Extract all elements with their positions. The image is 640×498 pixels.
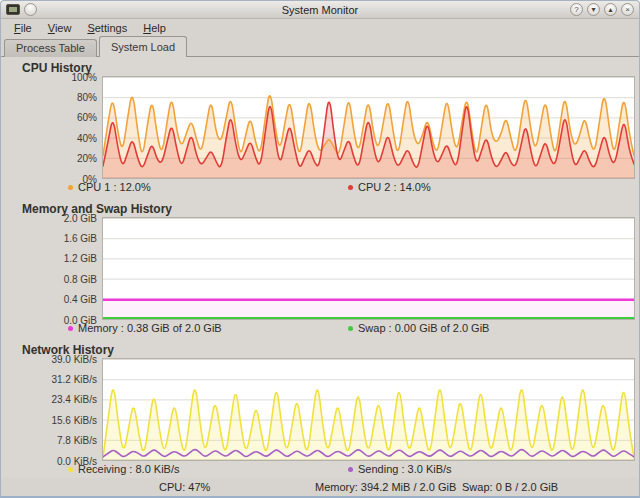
y-tick: 60% [77, 112, 97, 123]
y-tick: 31.2 KiB/s [51, 373, 97, 384]
status-swap: Swap: 0 B / 2.0 GiB [462, 481, 558, 493]
app-icon-screen [9, 7, 17, 12]
help-button[interactable]: ? [570, 3, 583, 16]
titlebar[interactable]: System Monitor ? ▾ ▴ × [1, 1, 639, 19]
legend-sending: Sending : 3.0 KiB/s [348, 463, 452, 475]
system-load-panel: CPU History 100% 80% 60% 40% 20% 0% CPU … [1, 56, 639, 478]
memory-y-axis: 2.0 GiB 1.6 GiB 1.2 GiB 0.8 GiB 0.4 GiB … [1, 217, 102, 320]
memory-legend-label: Memory : 0.38 GiB of 2.0 GiB [78, 322, 222, 334]
network-chart-row: 39.0 KiB/s 31.2 KiB/s 23.4 KiB/s 15.6 Ki… [1, 358, 639, 461]
y-tick: 1.6 GiB [64, 232, 97, 243]
menu-bar: FileViewSettingsHelp [1, 19, 639, 36]
y-tick: 1.2 GiB [64, 253, 97, 264]
y-tick: 100% [71, 72, 97, 83]
y-tick: 40% [77, 132, 97, 143]
system-monitor-window: System Monitor ? ▾ ▴ × FileViewSettingsH… [0, 0, 640, 498]
app-icon[interactable] [6, 4, 20, 15]
cpu2-legend-label: CPU 2 : 14.0% [358, 181, 431, 193]
receiving-legend-dot [68, 467, 73, 472]
memory-legend: Memory : 0.38 GiB of 2.0 GiB Swap : 0.00… [1, 320, 639, 337]
memory-swap-plot [103, 218, 634, 319]
y-tick: 20% [77, 153, 97, 164]
maximize-button[interactable]: ▴ [604, 3, 617, 16]
memory-swap-title: Memory and Swap History [22, 202, 639, 216]
tab-bar: Process Table System Load [1, 36, 639, 57]
minimize-button[interactable]: ▾ [587, 3, 600, 16]
menu-item-help[interactable]: Help [135, 21, 174, 35]
menu-item-view[interactable]: View [40, 21, 80, 35]
sending-legend-dot [348, 467, 353, 472]
cpu-legend: CPU 1 : 12.0% CPU 2 : 14.0% [1, 179, 639, 196]
tab-system-load[interactable]: System Load [99, 36, 187, 57]
cpu-history-title: CPU History [22, 61, 639, 75]
memory-swap-section: Memory and Swap History 2.0 GiB 1.6 GiB … [1, 202, 639, 337]
menu-item-file[interactable]: File [6, 21, 40, 35]
window-title: System Monitor [1, 4, 639, 16]
legend-cpu2: CPU 2 : 14.0% [348, 181, 431, 193]
tab-process-table[interactable]: Process Table [4, 39, 97, 57]
cpu-history-plot [103, 77, 634, 178]
y-tick: 7.8 KiB/s [57, 435, 97, 446]
sticky-button[interactable] [24, 3, 37, 16]
legend-memory: Memory : 0.38 GiB of 2.0 GiB [68, 322, 222, 334]
cpu1-legend-label: CPU 1 : 12.0% [78, 181, 151, 193]
y-tick: 80% [77, 91, 97, 102]
y-tick: 15.6 KiB/s [51, 414, 97, 425]
legend-swap: Swap : 0.00 GiB of 2.0 GiB [348, 322, 489, 334]
network-legend: Receiving : 8.0 KiB/s Sending : 3.0 KiB/… [1, 461, 639, 478]
legend-receiving: Receiving : 8.0 KiB/s [68, 463, 180, 475]
sending-legend-label: Sending : 3.0 KiB/s [358, 463, 452, 475]
cpu-y-axis: 100% 80% 60% 40% 20% 0% [1, 76, 102, 179]
receiving-legend-label: Receiving : 8.0 KiB/s [78, 463, 180, 475]
swap-legend-label: Swap : 0.00 GiB of 2.0 GiB [358, 322, 489, 334]
cpu1-legend-dot [68, 185, 73, 190]
network-history-title: Network History [22, 343, 639, 357]
window-controls: ? ▾ ▴ × [570, 3, 634, 16]
y-tick: 39.0 KiB/s [51, 354, 97, 365]
network-y-axis: 39.0 KiB/s 31.2 KiB/s 23.4 KiB/s 15.6 Ki… [1, 358, 102, 461]
y-tick: 2.0 GiB [64, 213, 97, 224]
y-tick: 0.4 GiB [64, 294, 97, 305]
memory-legend-dot [68, 326, 73, 331]
status-memory: Memory: 394.2 MiB / 2.0 GiB [315, 481, 456, 493]
status-cpu: CPU: 47% [159, 481, 210, 493]
cpu-history-chart [102, 76, 635, 179]
network-history-chart [102, 358, 635, 461]
memory-swap-chart [102, 217, 635, 320]
cpu-history-section: CPU History 100% 80% 60% 40% 20% 0% CPU … [1, 61, 639, 196]
memory-chart-row: 2.0 GiB 1.6 GiB 1.2 GiB 0.8 GiB 0.4 GiB … [1, 217, 639, 320]
y-tick: 23.4 KiB/s [51, 394, 97, 405]
status-bar: CPU: 47% Memory: 394.2 MiB / 2.0 GiB Swa… [1, 478, 639, 497]
swap-legend-dot [348, 326, 353, 331]
network-history-plot [103, 359, 634, 460]
legend-cpu1: CPU 1 : 12.0% [68, 181, 151, 193]
menu-item-settings[interactable]: Settings [79, 21, 135, 35]
network-history-section: Network History 39.0 KiB/s 31.2 KiB/s 23… [1, 343, 639, 478]
cpu2-legend-dot [348, 185, 353, 190]
close-button[interactable]: × [621, 3, 634, 16]
y-tick: 0.8 GiB [64, 273, 97, 284]
cpu-chart-row: 100% 80% 60% 40% 20% 0% [1, 76, 639, 179]
